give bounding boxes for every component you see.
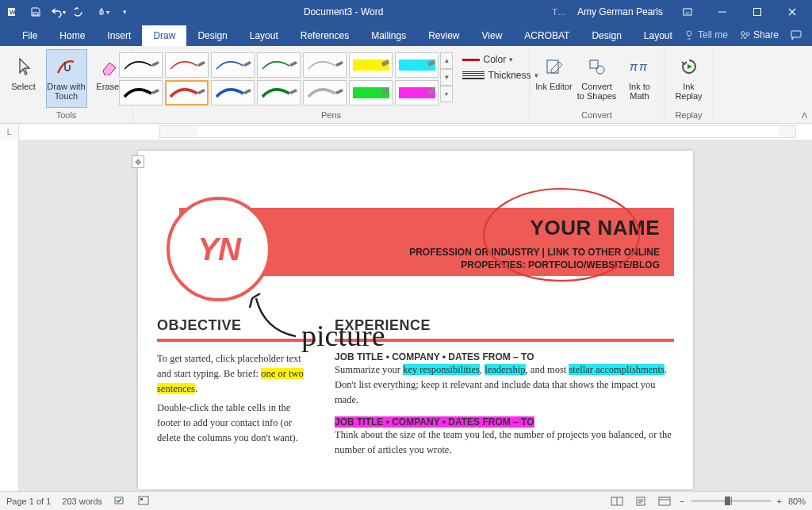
initials-circle[interactable]: YN xyxy=(167,197,271,301)
redo-icon[interactable] xyxy=(70,2,90,22)
pen-red-thick[interactable] xyxy=(165,80,209,105)
replay-icon xyxy=(680,55,699,79)
svg-rect-25 xyxy=(659,497,670,505)
convert-to-shapes-button[interactable]: Convert to Shapes xyxy=(576,49,618,108)
tab-table-design[interactable]: Design xyxy=(580,25,632,46)
experience-title: EXPERIENCE xyxy=(335,317,674,334)
undo-icon[interactable]: ▾ xyxy=(48,2,68,22)
horizontal-ruler[interactable] xyxy=(19,124,812,140)
save-icon[interactable] xyxy=(25,2,46,22)
read-mode-icon[interactable] xyxy=(608,494,626,508)
subtitle-text[interactable]: PROFESSION OR INDUSTRY | LINK TO OTHER O… xyxy=(374,246,660,271)
objective-p2[interactable]: Double-click the table cells in the foot… xyxy=(157,401,316,445)
close-icon[interactable] xyxy=(776,0,809,24)
tab-design[interactable]: Design xyxy=(186,25,238,46)
objective-p1[interactable]: To get started, click placeholder text a… xyxy=(157,351,316,396)
comments-icon[interactable] xyxy=(790,29,802,40)
tab-draw[interactable]: Draw xyxy=(142,25,186,46)
title-bar: W ▾ ▾ ▾ Document3 - Word T… Amy German P… xyxy=(0,0,812,24)
ink-editor-icon xyxy=(545,55,564,79)
pen-color-dropdown[interactable]: Color ▾ xyxy=(462,54,538,65)
ink-to-math-button[interactable]: ππ Ink to Math xyxy=(619,49,661,108)
tab-file[interactable]: File xyxy=(11,25,48,46)
maximize-icon[interactable] xyxy=(741,0,774,24)
ruler-corner: L xyxy=(0,124,19,140)
ink-replay-button[interactable]: Ink Replay xyxy=(668,49,710,108)
highlighter-magenta[interactable] xyxy=(395,80,439,105)
pen-black-thin[interactable] xyxy=(119,52,163,78)
print-layout-icon[interactable] xyxy=(632,494,649,508)
page-indicator[interactable]: Page 1 of 1 xyxy=(6,497,51,506)
pen-red-thin[interactable] xyxy=(165,52,209,78)
pen-black-thick[interactable] xyxy=(119,80,163,105)
zoom-level[interactable]: 80% xyxy=(788,497,806,506)
name-heading[interactable]: YOUR NAME xyxy=(530,217,660,238)
svg-rect-14 xyxy=(590,60,598,68)
shapes-icon xyxy=(588,55,607,79)
table-move-handle[interactable]: ✥ xyxy=(132,155,144,168)
signed-in-user[interactable]: Amy German Pearls xyxy=(571,6,669,17)
draw-with-touch-button[interactable]: Draw with Touch xyxy=(46,49,87,108)
spellcheck-icon[interactable] xyxy=(113,495,126,508)
tab-insert[interactable]: Insert xyxy=(96,25,142,46)
pen-gallery-expand[interactable]: ▾ xyxy=(440,86,453,102)
eraser-icon xyxy=(100,55,119,79)
job1-body[interactable]: Summarize your key responsibilities, lea… xyxy=(335,362,674,407)
share-button[interactable]: Share xyxy=(739,29,779,40)
job2-body[interactable]: Think about the size of the team you led… xyxy=(335,428,674,458)
pen-scroll-up[interactable]: ▲ xyxy=(440,52,453,69)
experience-column[interactable]: EXPERIENCE JOB TITLE • COMPANY • DATES F… xyxy=(335,317,674,458)
tab-mailings[interactable]: Mailings xyxy=(360,25,417,46)
collapse-ribbon-icon[interactable]: ᐱ xyxy=(802,111,807,120)
pen-thickness-dropdown[interactable]: Thickness ▾ xyxy=(462,70,538,81)
job2-title[interactable]: JOB TITLE • COMPANY • DATES FROM – TO xyxy=(335,416,674,428)
highlighter-yellow[interactable] xyxy=(349,52,393,78)
resume-header: YOUR NAME PROFESSION OR INDUSTRY | LINK … xyxy=(157,179,674,306)
svg-rect-5 xyxy=(754,9,761,16)
group-label-convert: Convert xyxy=(581,110,612,121)
macro-icon[interactable] xyxy=(137,495,150,508)
highlighter-cyan[interactable] xyxy=(395,52,439,78)
web-layout-icon[interactable] xyxy=(656,494,673,508)
zoom-out-button[interactable]: − xyxy=(680,497,684,506)
svg-rect-21 xyxy=(139,497,148,504)
document-scroll[interactable]: ✥ YOUR NAME PROFESSION OR INDUSTRY | LIN… xyxy=(19,140,812,491)
ribbon: Select Draw with Touch Eraser Tools xyxy=(0,46,812,124)
pen-blue-thin[interactable] xyxy=(211,52,255,78)
pen-blue-thick[interactable] xyxy=(211,80,255,105)
objective-column[interactable]: OBJECTIVE To get started, click placehol… xyxy=(157,317,316,458)
tab-layout[interactable]: Layout xyxy=(239,25,289,46)
word-count[interactable]: 203 words xyxy=(62,497,102,506)
ribbon-display-options-icon[interactable] xyxy=(671,0,704,24)
tab-table-layout[interactable]: Layout xyxy=(633,25,684,46)
highlighter-green[interactable] xyxy=(349,80,393,105)
tab-view[interactable]: View xyxy=(471,25,514,46)
pen-green-thick[interactable] xyxy=(257,80,301,105)
zoom-in-button[interactable]: + xyxy=(777,497,782,506)
tab-acrobat[interactable]: ACROBAT xyxy=(513,25,580,46)
job1-title[interactable]: JOB TITLE • COMPANY • DATES FROM – TO xyxy=(335,351,674,362)
qat-customize-icon[interactable]: ▾ xyxy=(114,2,135,22)
tell-me-search[interactable]: Tell me xyxy=(684,29,728,40)
group-label-tools: Tools xyxy=(56,110,77,121)
pen-color-swatch xyxy=(462,59,480,61)
tab-references[interactable]: References xyxy=(289,25,360,46)
pen-gallery xyxy=(117,49,440,109)
ink-editor-button[interactable]: Ink Editor xyxy=(534,49,575,108)
pen-gray-thick[interactable] xyxy=(303,80,347,105)
initials-text: YN xyxy=(197,232,240,267)
select-tool-button[interactable]: Select xyxy=(3,49,44,108)
svg-rect-3 xyxy=(33,13,38,15)
svg-rect-8 xyxy=(791,31,801,37)
pen-gray-thin[interactable] xyxy=(303,52,347,78)
vertical-ruler[interactable] xyxy=(0,140,19,491)
page[interactable]: ✥ YOUR NAME PROFESSION OR INDUSTRY | LIN… xyxy=(138,151,693,489)
pen-scroll-down[interactable]: ▼ xyxy=(440,69,453,86)
minimize-icon[interactable] xyxy=(706,0,739,24)
pen-green-thin[interactable] xyxy=(257,52,301,78)
ribbon-tabs: File Home Insert Draw Design Layout Refe… xyxy=(0,24,812,46)
tab-home[interactable]: Home xyxy=(48,25,96,46)
touch-mode-icon[interactable]: ▾ xyxy=(92,2,113,22)
zoom-slider[interactable] xyxy=(691,500,771,502)
tab-review[interactable]: Review xyxy=(417,25,470,46)
